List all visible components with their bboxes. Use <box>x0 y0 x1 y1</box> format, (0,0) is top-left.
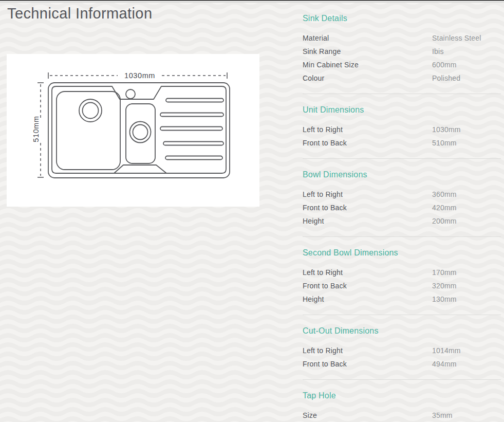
section-heading: Tap Hole <box>303 391 501 400</box>
section-rows: Left to Right 170mm Front to Back 320mm … <box>303 266 501 306</box>
section-rows: Left to Right 360mm Front to Back 420mm … <box>303 188 501 228</box>
spec-value: 1014mm <box>432 346 461 355</box>
spec-value: 420mm <box>432 204 457 212</box>
spec-value: 320mm <box>432 282 457 290</box>
spec-row: Height 200mm <box>303 214 501 228</box>
spec-label: Min Cabinet Size <box>303 61 432 69</box>
section-heading: Bowl Dimensions <box>303 170 501 179</box>
spec-row: Left to Right 360mm <box>303 188 501 201</box>
spec-section: Tap Hole Size 35mm <box>303 379 501 422</box>
spec-row: Left to Right 1030mm <box>303 123 501 136</box>
section-heading: Unit Dimensions <box>303 105 501 115</box>
drainer-groove <box>166 99 223 102</box>
spec-section: Unit Dimensions Left to Right 1030mm Fro… <box>303 94 501 158</box>
specs-panel: Sink Details Material Stainless Steel Si… <box>303 10 501 422</box>
second-bowl-drain-inner <box>133 125 148 140</box>
spec-value: 200mm <box>432 217 457 225</box>
spec-row: Min Cabinet Size 600mm <box>303 58 501 71</box>
spec-value: Ibis <box>432 47 444 56</box>
spec-value: Stainless Steel <box>432 34 481 42</box>
spec-row: Front to Back 420mm <box>303 201 501 214</box>
spec-row: Height 130mm <box>303 292 501 306</box>
tap-hole <box>126 89 135 99</box>
spec-label: Left to Right <box>303 268 432 277</box>
spec-row: Front to Back 320mm <box>303 279 501 292</box>
spec-label: Size <box>303 411 432 419</box>
spec-value: 494mm <box>432 360 457 368</box>
section-heading: Cut-Out Dimensions <box>303 326 501 336</box>
spec-value: Polished <box>432 74 460 82</box>
spec-row: Sink Range Ibis <box>303 45 501 58</box>
spec-value: 360mm <box>432 190 457 198</box>
spec-value: 130mm <box>432 295 457 303</box>
section-rows: Left to Right 1030mm Front to Back 510mm <box>303 123 501 150</box>
spec-row: Left to Right 170mm <box>303 266 501 279</box>
drainer-groove <box>163 142 223 145</box>
spec-label: Front to Back <box>303 282 432 290</box>
section-rows: Left to Right 1014mm Front to Back 494mm <box>303 344 501 371</box>
sink-technical-drawing: 1030mm 510mm <box>7 54 259 207</box>
spec-row: Front to Back 494mm <box>303 357 501 371</box>
spec-row: Left to Right 1014mm <box>303 344 501 357</box>
main-bowl-drain-inner <box>83 103 99 119</box>
drainer-groove <box>160 127 222 131</box>
spec-label: Left to Right <box>303 346 432 355</box>
top-light-border <box>0 1 504 3</box>
spec-label: Material <box>303 34 432 42</box>
spec-section: Bowl Dimensions Left to Right 360mm Fron… <box>303 158 501 236</box>
second-bowl-skirt <box>114 165 166 173</box>
technical-information-page: Technical Information <box>0 0 504 422</box>
spec-row: Colour Polished <box>303 71 501 85</box>
spec-label: Left to Right <box>303 190 432 198</box>
spec-value: 600mm <box>432 61 457 69</box>
spec-row: Front to Back 510mm <box>303 136 501 150</box>
spec-label: Front to Back <box>303 204 432 212</box>
spec-value: 510mm <box>432 139 457 147</box>
spec-value: 35mm <box>432 411 453 419</box>
spec-section: Cut-Out Dimensions Left to Right 1014mm … <box>303 315 501 379</box>
spec-row: Material Stainless Steel <box>303 31 501 45</box>
spec-label: Height <box>303 295 432 303</box>
spec-label: Front to Back <box>303 139 432 147</box>
spec-label: Front to Back <box>303 360 432 368</box>
drainer-groove <box>160 113 223 117</box>
spec-label: Sink Range <box>303 47 432 56</box>
page-title: Technical Information <box>7 5 152 22</box>
spec-section: Sink Details Material Stainless Steel Si… <box>303 10 501 94</box>
spec-label: Height <box>303 217 432 225</box>
sink-diagram-card: 1030mm 510mm <box>7 54 259 207</box>
spec-label: Colour <box>303 74 432 82</box>
spec-row: Size 35mm <box>303 409 501 422</box>
section-rows: Material Stainless Steel Sink Range Ibis… <box>303 31 501 85</box>
section-rows: Size 35mm <box>303 409 501 422</box>
spec-value: 170mm <box>432 268 457 277</box>
sink-inner-rim <box>52 86 226 173</box>
section-heading: Sink Details <box>303 14 501 23</box>
spec-section: Second Bowl Dimensions Left to Right 170… <box>303 236 501 315</box>
width-dimension-label: 1030mm <box>124 71 155 80</box>
section-heading: Second Bowl Dimensions <box>303 248 501 258</box>
drainer-groove <box>165 156 222 160</box>
spec-label: Left to Right <box>303 125 432 134</box>
height-dimension-label: 510mm <box>32 116 40 142</box>
spec-value: 1030mm <box>432 125 461 134</box>
